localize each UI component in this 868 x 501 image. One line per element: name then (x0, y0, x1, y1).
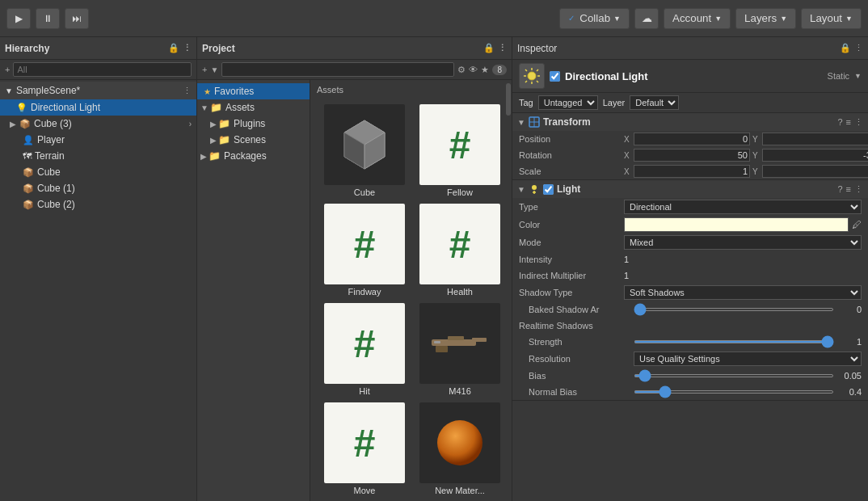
svg-line-15 (525, 69, 527, 71)
step-button[interactable]: ⏭ (65, 8, 89, 29)
project-lock-icon[interactable]: 🔒 (483, 43, 495, 53)
asset-health[interactable]: # Health (415, 204, 502, 297)
cloud-button[interactable]: ☁ (634, 8, 659, 29)
layer-select[interactable]: Default (630, 95, 679, 110)
asset-hit[interactable]: # Hit (320, 303, 409, 396)
directional-light-icon: 💡 (16, 103, 27, 113)
rotation-x-input[interactable] (634, 149, 750, 162)
hierarchy-add-button[interactable]: + (5, 65, 10, 74)
project-header: Project 🔒 ⋮ (197, 37, 512, 60)
svg-rect-7 (436, 346, 448, 352)
strength-slider[interactable] (634, 340, 834, 343)
asset-move[interactable]: # Move (320, 402, 409, 495)
project-title: Project (202, 43, 235, 54)
intensity-row: Intensity 1 (512, 251, 868, 267)
asset-fellow[interactable]: # Fellow (415, 104, 502, 197)
hierarchy-item-player[interactable]: 👤 Player (0, 132, 196, 148)
layers-button[interactable]: Layers ▼ (735, 8, 796, 29)
tag-select[interactable]: Untagged (538, 95, 598, 110)
resolution-select[interactable]: Use Quality Settings (634, 352, 862, 366)
collab-button[interactable]: ✓ Collab ▼ (559, 8, 630, 29)
play-button[interactable]: ▶ (6, 8, 31, 29)
project-scrollbar[interactable] (505, 80, 512, 501)
transform-settings-icon[interactable]: ≡ (846, 117, 851, 128)
layout-button[interactable]: Layout ▼ (801, 8, 862, 29)
sidebar-assets-folder[interactable]: ▼ 📁 Assets (197, 99, 310, 116)
hierarchy-item-cube3[interactable]: ▶ 📦 Cube (3) › (0, 116, 196, 132)
sidebar-favorites[interactable]: ★ Favorites (197, 83, 310, 99)
normal-bias-value: 0.4 (837, 387, 862, 397)
light-color-swatch[interactable] (624, 217, 849, 232)
light-active-checkbox[interactable] (543, 184, 554, 195)
type-label: Type (519, 202, 624, 212)
bias-row: Bias 0.05 (512, 368, 868, 384)
hierarchy-item-cube2[interactable]: 📦 Cube (2) (0, 196, 196, 213)
hierarchy-menu-icon[interactable]: ⋮ (183, 43, 192, 53)
strength-label: Strength (529, 337, 634, 347)
project-add-button[interactable]: + (202, 65, 207, 74)
asset-m416[interactable]: M416 (415, 303, 502, 396)
hierarchy-search-input[interactable] (13, 62, 192, 77)
light-overflow-icon[interactable]: ⋮ (854, 184, 863, 195)
asset-cube[interactable]: Cube (320, 104, 409, 197)
project-star-icon[interactable]: ★ (481, 65, 489, 75)
hierarchy-lock-icon[interactable]: 🔒 (168, 43, 179, 53)
position-xyz: X Y Z (624, 133, 868, 145)
rotation-xyz: X Y Z (624, 149, 868, 162)
inspector-header-icons: 🔒 ⋮ (840, 43, 863, 53)
scale-x-input[interactable] (634, 165, 750, 178)
assets-header-label: Assets (314, 83, 502, 98)
project-eye-icon[interactable]: 👁 (469, 65, 478, 74)
baked-shadow-slider[interactable] (634, 308, 834, 311)
account-button[interactable]: Account ▼ (664, 8, 731, 29)
mode-select[interactable]: Mixed (624, 235, 862, 250)
normal-bias-slider[interactable] (634, 390, 834, 394)
color-picker-icon[interactable]: 🖊 (852, 219, 862, 230)
cube3-icon: 📦 (19, 119, 31, 129)
type-select[interactable]: Directional (624, 200, 862, 214)
inspector-menu-icon[interactable]: ⋮ (854, 43, 863, 53)
sidebar-plugins-folder[interactable]: ▶ 📁 Plugins (197, 116, 310, 132)
position-y-input[interactable] (762, 133, 868, 145)
light-settings-icon[interactable]: ≡ (846, 184, 851, 195)
project-badge: 8 (492, 65, 507, 75)
scene-header[interactable]: ▼ SampleScene* ⋮ (0, 82, 196, 99)
transform-help-icon[interactable]: ? (837, 117, 842, 128)
project-menu-icon[interactable]: ⋮ (498, 43, 507, 53)
project-filter-icon[interactable]: ⚙ (457, 65, 466, 75)
position-x-input[interactable] (634, 133, 750, 145)
findway-hash-icon: # (354, 222, 376, 267)
position-x-label: X (624, 135, 632, 144)
transform-component-icons: ? ≡ ⋮ (837, 117, 863, 128)
inspector-lock-icon[interactable]: 🔒 (840, 43, 851, 53)
scale-y-input[interactable] (762, 165, 868, 178)
sidebar-scenes-folder[interactable]: ▶ 📁 Scenes (197, 132, 310, 148)
pause-button[interactable]: ⏸ (36, 8, 60, 29)
hierarchy-item-cube[interactable]: 📦 Cube (0, 164, 196, 180)
rotation-y-input[interactable] (762, 149, 868, 162)
shadow-type-select[interactable]: Soft Shadows (624, 285, 862, 300)
object-icon-box (519, 63, 545, 89)
light-help-icon[interactable]: ? (837, 184, 842, 195)
light-title: Light (557, 183, 835, 195)
object-active-checkbox[interactable] (550, 71, 560, 82)
static-arrow-icon[interactable]: ▼ (854, 72, 862, 80)
project-search-input[interactable] (221, 62, 454, 77)
transform-component: ▼ Transform ? ≡ ⋮ Position (512, 113, 868, 180)
hierarchy-item-terrain[interactable]: 🗺 Terrain (0, 148, 196, 164)
transform-header[interactable]: ▼ Transform ? ≡ ⋮ (512, 113, 868, 131)
light-header[interactable]: ▼ Light ? ≡ ⋮ (512, 180, 868, 198)
asset-findway[interactable]: # Findway (320, 204, 409, 297)
asset-new-material[interactable]: New Mater... (415, 402, 502, 495)
hierarchy-item-directional-light[interactable]: 💡 Directional Light (0, 99, 196, 116)
scene-menu-icon[interactable]: ⋮ (183, 86, 192, 96)
baked-shadow-value: 0 (837, 305, 862, 314)
cube1-icon: 📦 (23, 183, 34, 194)
move-hash-icon: # (354, 421, 376, 465)
sidebar-packages-folder[interactable]: ▶ 📁 Packages (197, 148, 310, 164)
transform-overflow-icon[interactable]: ⋮ (854, 117, 863, 128)
bias-slider[interactable] (634, 374, 834, 377)
hierarchy-item-label: Directional Light (31, 102, 100, 113)
rotation-row: Rotation X Y Z (512, 147, 868, 163)
hierarchy-item-cube1[interactable]: 📦 Cube (1) (0, 180, 196, 196)
